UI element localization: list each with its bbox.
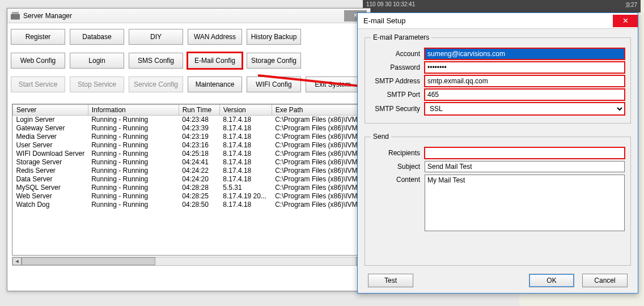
- history-backup-button[interactable]: History Backup: [247, 29, 301, 45]
- col-exepath[interactable]: Exe Path: [272, 105, 365, 116]
- cell-run: 04:23:16: [179, 141, 219, 150]
- sms-config-button[interactable]: SMS Config: [129, 53, 183, 69]
- server-table: Server Information Run Time Version Exe …: [12, 104, 366, 256]
- cell-server: Media Server: [13, 133, 88, 141]
- cell-path: C:\Program Files (x86)\IVM: [272, 192, 365, 201]
- cell-info: Running - Running: [88, 124, 179, 133]
- cell-info: Running - Running: [88, 141, 179, 150]
- cell-run: 04:28:25: [179, 192, 219, 201]
- email-config-button[interactable]: E-Mail Config: [188, 53, 242, 69]
- smtp-security-label: SMTP Security: [371, 105, 425, 113]
- table-row[interactable]: WIFI Download ServerRunning - Running04:…: [13, 150, 365, 158]
- scroll-track[interactable]: [22, 257, 356, 265]
- subject-field[interactable]: [425, 161, 625, 172]
- cell-run: 04:25:18: [179, 150, 219, 158]
- table-row[interactable]: Gateway ServerRunning - Running04:23:398…: [13, 124, 365, 133]
- table-row[interactable]: User ServerRunning - Running04:23:168.17…: [13, 141, 365, 150]
- table-row[interactable]: Data ServerRunning - Running04:24:208.17…: [13, 175, 365, 184]
- cell-ver: 8.17.4.18: [219, 116, 272, 125]
- account-label: Account: [371, 50, 425, 58]
- scroll-left-arrow-icon[interactable]: ◄: [12, 257, 22, 265]
- scroll-thumb[interactable]: [22, 257, 155, 265]
- cell-run: 04:24:41: [179, 158, 219, 167]
- web-config-button[interactable]: Web Config: [11, 53, 65, 69]
- smtp-port-label: SMTP Port: [371, 91, 425, 99]
- test-button[interactable]: Test: [368, 274, 413, 287]
- cell-ver: 8.17.4.18: [219, 124, 272, 133]
- register-button[interactable]: Register: [11, 29, 65, 45]
- cell-path: C:\Program Files (x86)\IVM: [272, 167, 365, 175]
- subject-label: Subject: [371, 163, 425, 171]
- cell-server: Watch Dog: [13, 201, 88, 209]
- cell-path: C:\Program Files (x86)\IVM: [272, 116, 365, 125]
- cell-ver: 8.17.4.18: [219, 133, 272, 141]
- cell-ver: 8.17.4.18: [219, 141, 272, 150]
- cell-server: User Server: [13, 141, 88, 150]
- account-field[interactable]: [425, 48, 625, 60]
- ok-button[interactable]: OK: [529, 274, 574, 287]
- recipients-field[interactable]: [425, 147, 625, 159]
- start-service-button[interactable]: Start Service: [11, 76, 65, 92]
- col-runtime[interactable]: Run Time: [179, 105, 219, 116]
- cell-run: 04:23:39: [179, 124, 219, 133]
- cell-path: C:\Program Files (x86)\IVM: [272, 141, 365, 150]
- table-row[interactable]: Redis ServerRunning - Running04:24:228.1…: [13, 167, 365, 175]
- cell-ver: 8.17.4.18: [219, 175, 272, 184]
- horizontal-scrollbar[interactable]: ◄ ►: [12, 257, 366, 266]
- col-server[interactable]: Server: [13, 105, 88, 116]
- table-row[interactable]: Storage ServerRunning - Running04:24:418…: [13, 158, 365, 167]
- dialog-title: E-mail Setup: [363, 16, 613, 25]
- window-title: Server Manager: [23, 12, 344, 20]
- smtp-port-field[interactable]: [425, 89, 625, 100]
- wifi-config-button[interactable]: WIFI Config: [247, 76, 301, 92]
- cell-info: Running - Running: [88, 175, 179, 184]
- recipients-label: Recipients: [371, 149, 425, 157]
- table-row[interactable]: MySQL ServerRunning - Running04:28:285.5…: [13, 184, 365, 192]
- col-information[interactable]: Information: [88, 105, 179, 116]
- cell-path: C:\Program Files (x86)\IVM: [272, 201, 365, 209]
- cell-info: Running - Running: [88, 184, 179, 192]
- cell-ver: 8.17.4.18: [219, 150, 272, 158]
- stop-service-button[interactable]: Stop Service: [70, 76, 124, 92]
- cell-info: Running - Running: [88, 116, 179, 125]
- service-config-button[interactable]: Service Config: [129, 76, 183, 92]
- col-version[interactable]: Version: [219, 105, 272, 116]
- cell-path: C:\Program Files (x86)\IVM: [272, 158, 365, 167]
- cell-path: C:\Program Files (x86)\IVM: [272, 150, 365, 158]
- login-button[interactable]: Login: [70, 53, 124, 69]
- topbar-city: 京27: [622, 0, 641, 12]
- cell-run: 04:28:50: [179, 201, 219, 209]
- table-row[interactable]: Watch DogRunning - Running04:28:508.17.4…: [13, 201, 365, 209]
- maintenance-button[interactable]: Maintenance: [188, 76, 242, 92]
- send-legend: Send: [371, 133, 391, 141]
- table-row[interactable]: Login ServerRunning - Running04:23:488.1…: [13, 116, 365, 125]
- cell-run: 04:28:28: [179, 184, 219, 192]
- cancel-button[interactable]: Cancel: [582, 274, 628, 287]
- email-setup-dialog: E-mail Setup ✕ E-mail Parameters Account…: [357, 12, 638, 294]
- exit-system-button[interactable]: Exit System: [306, 76, 360, 92]
- table-row[interactable]: Web ServerRunning - Running04:28:258.17.…: [13, 192, 365, 201]
- cell-ver: 8.17.4.18: [219, 167, 272, 175]
- smtp-address-field[interactable]: [425, 75, 625, 87]
- send-group: Send Recipients Subject Content: [365, 133, 631, 266]
- cell-info: Running - Running: [88, 133, 179, 141]
- close-button[interactable]: ✕: [613, 15, 638, 27]
- background-topbar: 110 09 30 10:32:41 京27: [363, 0, 641, 12]
- password-label: Password: [371, 63, 425, 71]
- content-field[interactable]: [425, 175, 625, 231]
- storage-config-button[interactable]: Storage Config: [247, 53, 301, 69]
- cell-path: C:\Program Files (x86)\IVM: [272, 124, 365, 133]
- toolbar: Register Database DIY WAN Address Histor…: [7, 23, 370, 104]
- database-button[interactable]: Database: [70, 29, 124, 45]
- cell-server: Login Server: [13, 116, 88, 125]
- smtp-security-select[interactable]: SSL: [425, 103, 625, 115]
- password-field[interactable]: [425, 62, 625, 73]
- cell-path: C:\Program Files (x86)\IVM: [272, 184, 365, 192]
- email-setup-titlebar: E-mail Setup ✕: [358, 13, 638, 29]
- diy-button[interactable]: DIY: [129, 29, 183, 45]
- email-parameters-group: E-mail Parameters Account Password SMTP …: [365, 33, 631, 124]
- server-manager-titlebar: Server Manager ×: [7, 8, 370, 23]
- wan-address-button[interactable]: WAN Address: [188, 29, 242, 45]
- table-row[interactable]: Media ServerRunning - Running04:23:198.1…: [13, 133, 365, 141]
- cell-info: Running - Running: [88, 192, 179, 201]
